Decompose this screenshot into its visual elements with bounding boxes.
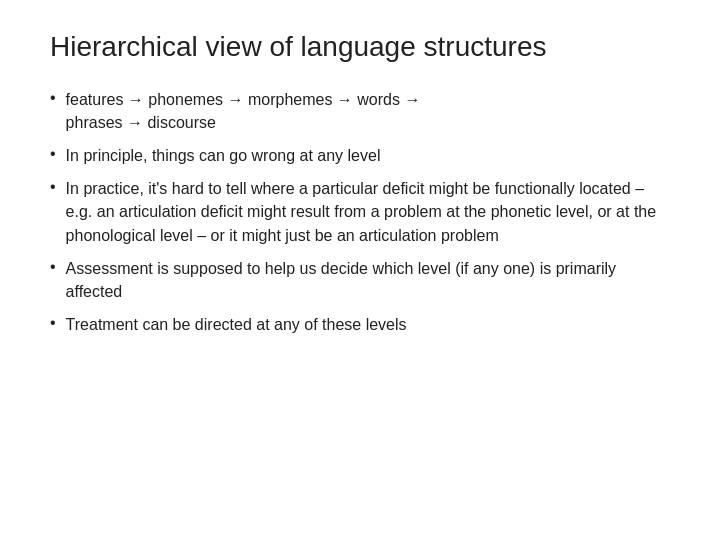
- slide: Hierarchical view of language structures…: [0, 0, 720, 540]
- bullet-text: In practice, it's hard to tell where a p…: [66, 177, 670, 247]
- bullet-dot: •: [50, 314, 56, 332]
- bullet-text: Treatment can be directed at any of thes…: [66, 313, 407, 336]
- bullet-list: • features → phonemes → morphemes → word…: [50, 88, 670, 347]
- bullet-text: Assessment is supposed to help us decide…: [66, 257, 670, 303]
- bullet-dot: •: [50, 178, 56, 196]
- list-item: • In practice, it's hard to tell where a…: [50, 177, 670, 247]
- bullet-text: In principle, things can go wrong at any…: [66, 144, 381, 167]
- bullet-dot: •: [50, 258, 56, 276]
- slide-title: Hierarchical view of language structures: [50, 30, 670, 64]
- list-item: • Assessment is supposed to help us deci…: [50, 257, 670, 303]
- bullet-dot: •: [50, 89, 56, 107]
- list-item: • In principle, things can go wrong at a…: [50, 144, 670, 167]
- bullet-text: features → phonemes → morphemes → words …: [66, 88, 421, 134]
- list-item: • Treatment can be directed at any of th…: [50, 313, 670, 336]
- bullet-dot: •: [50, 145, 56, 163]
- list-item: • features → phonemes → morphemes → word…: [50, 88, 670, 134]
